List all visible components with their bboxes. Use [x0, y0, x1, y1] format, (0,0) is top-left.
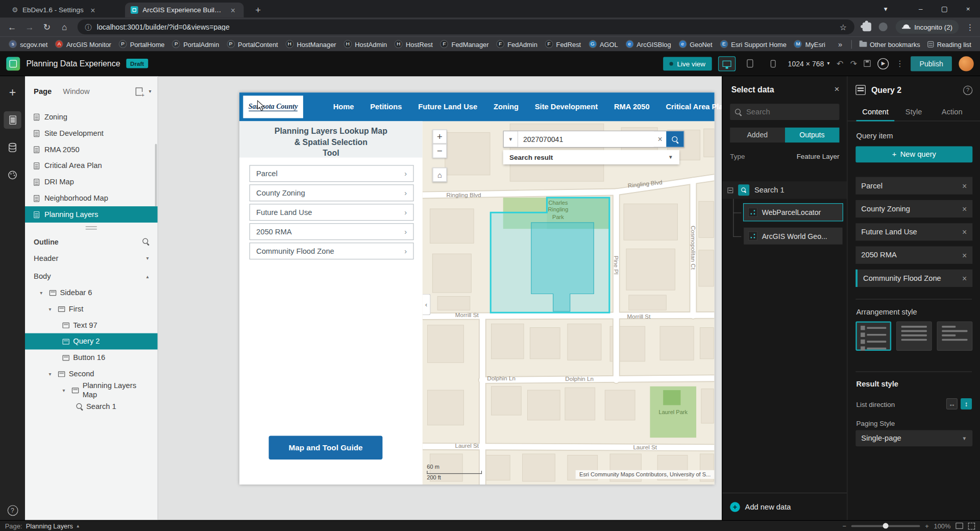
back-icon[interactable]: ←	[4, 22, 20, 32]
screen-size-dropdown[interactable]: 1024 × 768 ▾	[788, 60, 830, 67]
site-nav-item[interactable]: Home	[333, 103, 354, 111]
window-minimize-button[interactable]: –	[909, 0, 933, 17]
window-close-button[interactable]: ×	[956, 0, 980, 17]
more-options-icon[interactable]: ⋮	[896, 59, 904, 68]
user-avatar[interactable]	[959, 56, 973, 71]
slider-thumb[interactable]	[883, 523, 889, 528]
tab-added[interactable]: Added	[730, 128, 785, 142]
undo-icon[interactable]: ↶	[837, 59, 843, 68]
other-bookmarks[interactable]: Other bookmarks	[855, 40, 924, 48]
site-nav-item[interactable]: Zoning	[494, 103, 519, 111]
bookmark[interactable]: PPortalHome	[115, 40, 168, 48]
layer-row[interactable]: Parcel›	[250, 165, 414, 182]
close-icon[interactable]: ×	[834, 84, 839, 94]
incognito-badge[interactable]: Incognito (2)	[896, 20, 959, 34]
tab-style[interactable]: Style	[895, 104, 933, 121]
caret-icon[interactable]: ▾	[49, 306, 55, 311]
chevron-up-icon[interactable]: ▴	[77, 523, 79, 528]
vertical-direction-icon[interactable]: ↕	[961, 398, 972, 409]
search-result-dropdown[interactable]: Search result ▼	[503, 150, 679, 164]
tab-page[interactable]: Page	[34, 87, 52, 95]
remove-icon[interactable]: ×	[962, 204, 967, 213]
browser-tab-settings[interactable]: ⚙ EbDev1.6 - Settings ×	[6, 3, 122, 17]
chevron-up-icon[interactable]: ▴	[146, 274, 149, 279]
theme-panel-button[interactable]	[4, 166, 21, 184]
new-tab-button[interactable]: +	[251, 4, 265, 17]
arrangement-option-1[interactable]	[855, 321, 891, 351]
page-list-item[interactable]: DRI Map	[25, 174, 158, 190]
site-nav-item[interactable]: Petitions	[370, 103, 402, 111]
bookmark[interactable]: GAGOL	[585, 40, 622, 48]
remove-icon[interactable]: ×	[962, 250, 967, 259]
bookmark[interactable]: FFedManager	[436, 40, 493, 48]
scrollbar[interactable]	[155, 144, 157, 206]
collapse-tree-icon[interactable]	[727, 187, 733, 193]
site-nav-item[interactable]: Site Development	[535, 103, 598, 111]
tab-search-icon[interactable]: ▾	[874, 0, 898, 17]
page-list-item-selected[interactable]: Planning Layers	[25, 206, 158, 223]
data-source-item[interactable]: ArcGIS World Geo...	[744, 228, 842, 245]
outline-node-header[interactable]: Header▾	[25, 250, 158, 267]
outline-node[interactable]: ▾Sidebar 6	[25, 284, 158, 301]
tab-action[interactable]: Action	[933, 104, 971, 121]
preview-icon[interactable]: ▶	[878, 58, 889, 69]
outline-node[interactable]: ▾Planning Layers Map	[25, 382, 158, 398]
layer-row[interactable]: County Zoning›	[250, 184, 414, 201]
search-icon[interactable]	[142, 238, 150, 246]
bookmark[interactable]: HHostRest	[391, 40, 437, 48]
bookmark[interactable]: eGeoNet	[675, 40, 716, 48]
device-phone-button[interactable]	[765, 57, 781, 70]
zoom-out-button[interactable]: −	[432, 144, 447, 158]
outline-node[interactable]: Search 1	[25, 398, 158, 415]
add-page-icon[interactable]	[136, 87, 142, 95]
outline-node[interactable]: Button 16	[25, 349, 158, 366]
panel-collapse-toggle[interactable]: ‹	[423, 294, 431, 316]
browser-tab-experience-builder[interactable]: ArcGIS Experience Builder ×	[125, 3, 244, 17]
site-info-icon[interactable]: ⓘ	[85, 22, 92, 31]
chevron-down-icon[interactable]: ▾	[149, 88, 151, 94]
arrangement-option-3[interactable]	[937, 321, 973, 351]
extension-icon[interactable]	[878, 22, 887, 31]
data-group-row[interactable]: Search 1	[723, 181, 847, 199]
live-view-toggle[interactable]: Live view	[664, 57, 712, 70]
new-query-button[interactable]: + New query	[855, 147, 972, 163]
page-list-item[interactable]: Neighborhood Map	[25, 190, 158, 206]
fit-screen-icon[interactable]	[968, 522, 975, 529]
search-source-dropdown[interactable]: ▼	[504, 131, 518, 147]
site-nav-item[interactable]: RMA 2050	[614, 103, 650, 111]
tab-close-icon[interactable]: ×	[90, 5, 95, 14]
remove-icon[interactable]: ×	[962, 181, 967, 190]
bookmark[interactable]: eArcGISBlog	[622, 40, 675, 48]
insert-widget-button[interactable]: +	[4, 84, 21, 101]
outline-node[interactable]: ▾Second	[25, 366, 158, 382]
reload-icon[interactable]: ↻	[39, 22, 55, 32]
site-nav-item[interactable]: Critical Area Plan	[666, 103, 722, 111]
design-canvas[interactable]: Sarasota County Home Petitions Future La…	[158, 76, 722, 520]
bookmark[interactable]: MMyEsri	[790, 40, 829, 48]
outline-node[interactable]: Text 97	[25, 317, 158, 333]
device-tablet-button[interactable]	[742, 57, 758, 70]
window-maximize-button[interactable]: ▢	[933, 0, 957, 17]
map[interactable]: Ringling Blvd Ringling Blvd Morrill St M…	[423, 122, 715, 485]
site-nav-item[interactable]: Future Land Use	[418, 103, 477, 111]
device-desktop-button[interactable]	[719, 57, 735, 70]
search-button[interactable]	[666, 131, 683, 147]
sarasota-county-logo[interactable]: Sarasota County	[243, 95, 303, 118]
zoom-in-button[interactable]: +	[432, 129, 447, 143]
reading-list[interactable]: Reading list	[924, 40, 975, 48]
outline-node-body[interactable]: Body▴	[25, 268, 158, 284]
remove-icon[interactable]: ×	[962, 227, 967, 236]
bookmark[interactable]: sscgov.net	[5, 40, 52, 48]
tab-content[interactable]: Content	[856, 104, 895, 121]
help-icon[interactable]: ?	[963, 85, 972, 94]
bookmark-star-icon[interactable]: ☆	[840, 22, 847, 31]
outline-node[interactable]: ▾First	[25, 301, 158, 317]
data-search-box[interactable]	[730, 104, 839, 120]
outline-node-selected[interactable]: Query 2	[25, 333, 158, 350]
query-item[interactable]: 2050 RMA×	[855, 246, 972, 263]
query-item[interactable]: Parcel×	[855, 177, 972, 195]
current-page-name[interactable]: Planning Layers	[26, 522, 73, 529]
fit-width-icon[interactable]	[955, 523, 963, 529]
arrangement-option-2[interactable]	[896, 321, 932, 351]
forward-icon[interactable]: →	[21, 22, 38, 32]
